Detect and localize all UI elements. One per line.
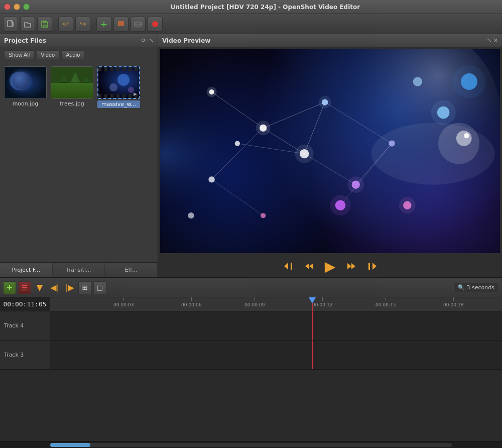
- svg-rect-0: [8, 21, 12, 27]
- track-3-label: Track 3: [4, 352, 24, 358]
- svg-point-39: [319, 96, 331, 108]
- preview-header: Video Preview ⤡ ✕: [158, 34, 502, 47]
- project-files-header: Project Files ⟳ ⤡: [0, 34, 158, 47]
- track-row-4: Track 4: [0, 311, 502, 341]
- timecode-display: 00:00:11:05: [0, 297, 50, 311]
- preview-background: [160, 49, 500, 253]
- svg-point-46: [208, 176, 214, 182]
- remove-track-button[interactable]: ☰: [18, 281, 31, 294]
- track-3-playhead-line: [312, 341, 313, 369]
- svg-marker-67: [351, 263, 355, 269]
- window-title: Untitled Project [HDV 720 24p] - OpenSho…: [33, 4, 498, 11]
- svg-point-37: [256, 121, 271, 135]
- svg-marker-68: [372, 263, 376, 270]
- add-button[interactable]: +: [96, 17, 111, 32]
- file-item-video[interactable]: massive_w...: [97, 66, 140, 108]
- svg-point-51: [399, 197, 416, 213]
- record-button[interactable]: [148, 17, 163, 32]
- play-pause-button[interactable]: ▶: [322, 258, 338, 274]
- svg-point-18: [117, 74, 130, 86]
- ruler-line: [453, 297, 454, 301]
- snap-toggle-button[interactable]: □: [93, 281, 106, 294]
- fast-forward-button[interactable]: [343, 258, 359, 274]
- svg-point-35: [206, 87, 217, 97]
- close-button[interactable]: [4, 4, 11, 10]
- open-project-button[interactable]: [20, 17, 35, 32]
- filter-bar: Show All Video Audio: [0, 47, 158, 62]
- export-button[interactable]: [113, 17, 129, 32]
- preview-expand-icon[interactable]: ⤡: [487, 37, 491, 44]
- tl-jump-start-button[interactable]: ◀|: [48, 281, 61, 294]
- svg-point-41: [295, 145, 314, 163]
- trim-button[interactable]: [131, 17, 146, 32]
- video-filter-button[interactable]: Video: [36, 50, 59, 59]
- svg-rect-3: [118, 21, 124, 26]
- add-track-button[interactable]: +: [3, 281, 16, 294]
- main-content: Project Files ⟳ ⤡ Show All Video Audio: [0, 34, 502, 277]
- jump-end-button[interactable]: [364, 258, 381, 274]
- audio-filter-button[interactable]: Audio: [61, 50, 84, 59]
- file-item-moon[interactable]: moon.jpg: [4, 66, 47, 108]
- svg-rect-12: [51, 82, 93, 99]
- video-thumbnail: [97, 66, 140, 99]
- left-panel: Project Files ⟳ ⤡ Show All Video Audio: [0, 34, 158, 277]
- particle-network: [160, 49, 500, 253]
- ruler-label: 00:00:03: [113, 302, 134, 307]
- filter-button[interactable]: ▼: [33, 281, 46, 294]
- tab-project-files[interactable]: Project F...: [0, 263, 53, 277]
- left-tabs: Project F... Transiti... Eff...: [0, 262, 158, 277]
- minimize-button[interactable]: [14, 4, 20, 10]
- playhead-marker[interactable]: [309, 297, 316, 303]
- svg-point-49: [330, 195, 351, 215]
- preview-close-icon[interactable]: ✕: [493, 37, 498, 44]
- ruler-mark: 00:00:09: [244, 297, 265, 307]
- svg-point-53: [431, 100, 456, 125]
- svg-point-60: [456, 131, 472, 146]
- rewind-button[interactable]: [301, 258, 317, 274]
- file-item-trees[interactable]: trees.jpg: [51, 66, 93, 108]
- preview-title: Video Preview: [162, 37, 210, 44]
- playback-controls: ▶: [158, 255, 502, 277]
- maximize-button[interactable]: [23, 4, 30, 10]
- zoom-value: 3 seconds: [467, 284, 494, 291]
- scroll-track[interactable]: [50, 443, 452, 447]
- svg-point-55: [453, 65, 486, 98]
- refresh-icon[interactable]: ⟳: [142, 37, 146, 44]
- zoom-icon[interactable]: ⤡: [149, 37, 154, 44]
- undo-button[interactable]: ↩: [58, 17, 73, 32]
- files-grid: moon.jpg trees.jpg: [0, 62, 158, 262]
- svg-marker-64: [305, 263, 309, 269]
- tl-jump-end-button[interactable]: |▶: [63, 281, 76, 294]
- zoom-icon: 🔍: [458, 284, 465, 291]
- track-3-header: Track 3: [0, 341, 50, 369]
- ruler-label: 00:00:15: [375, 302, 396, 307]
- timeline-ruler[interactable]: 00:00:0300:00:0600:00:0900:00:1200:00:15…: [50, 297, 502, 311]
- save-project-button[interactable]: [37, 17, 52, 32]
- svg-point-61: [464, 133, 469, 138]
- ruler-mark: 00:00:03: [113, 297, 134, 307]
- track-4-content[interactable]: [50, 311, 502, 340]
- zoom-display: 🔍 3 seconds: [453, 283, 499, 292]
- ruler-mark: 00:00:06: [181, 297, 201, 307]
- tab-effects[interactable]: Eff...: [105, 263, 158, 277]
- tab-transitions[interactable]: Transiti...: [53, 263, 105, 277]
- svg-rect-69: [368, 263, 370, 270]
- svg-point-19: [109, 83, 117, 91]
- preview-icons: ⤡ ✕: [487, 37, 498, 44]
- redo-button[interactable]: ↪: [75, 17, 90, 32]
- ruler-line: [255, 297, 255, 301]
- new-project-button[interactable]: [3, 17, 18, 32]
- ruler-mark: 00:00:18: [443, 297, 463, 307]
- svg-point-6: [152, 21, 158, 27]
- svg-point-47: [261, 213, 266, 218]
- track-4-playhead-line: [312, 311, 313, 340]
- jump-start-button[interactable]: [280, 258, 296, 274]
- center-timeline-button[interactable]: ⊞: [78, 281, 91, 294]
- track-3-content[interactable]: [50, 341, 502, 369]
- svg-marker-66: [347, 263, 351, 269]
- svg-point-8: [10, 72, 28, 90]
- timeline-ruler-row: 00:00:11:05 00:00:0300:00:0600:00:0900:0…: [0, 297, 502, 311]
- show-all-button[interactable]: Show All: [4, 50, 34, 59]
- timeline-scrollbar: [0, 441, 502, 448]
- scroll-thumb[interactable]: [50, 443, 90, 447]
